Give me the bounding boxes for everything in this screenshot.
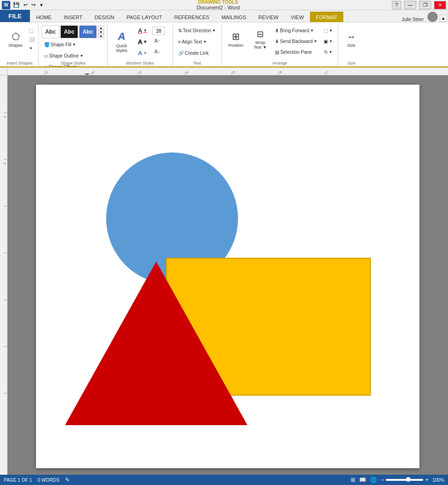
- shapes-extra-2[interactable]: ⬜: [28, 35, 36, 43]
- create-link-button[interactable]: 🔗 Create Link: [176, 48, 211, 58]
- send-backward-button[interactable]: ⬇ Send Backward ▼: [273, 36, 319, 46]
- close-button[interactable]: ✕: [434, 1, 446, 9]
- shape-fill-dropdown[interactable]: ▼: [72, 43, 76, 47]
- rotate-button[interactable]: ↻ ▼: [322, 47, 335, 57]
- ruler-corner: [0, 68, 7, 75]
- tab-insert[interactable]: INSERT: [58, 12, 88, 22]
- document-area: [7, 75, 448, 475]
- paint-bucket-icon: 🪣: [44, 42, 50, 47]
- align-text-dropdown[interactable]: ▼: [203, 40, 207, 44]
- position-icon: ⊞: [232, 31, 240, 42]
- read-mode-btn[interactable]: 📖: [359, 477, 366, 483]
- svg-marker-14: [84, 73, 90, 75]
- text-outline-button[interactable]: A ▼: [136, 36, 149, 47]
- size-icon: ↔: [347, 31, 356, 42]
- size-group: ↔ Size Size: [338, 24, 364, 66]
- zoom-bar: − +: [381, 477, 428, 483]
- ribbon-tabs: FILE HOME INSERT DESIGN PAGE LAYOUT REFE…: [0, 10, 448, 22]
- triangle-shape[interactable]: [65, 261, 247, 425]
- web-layout-btn[interactable]: 🌐: [370, 477, 377, 483]
- tab-design[interactable]: DESIGN: [88, 12, 120, 22]
- tab-view[interactable]: VIEW: [285, 12, 310, 22]
- svg-text:4: 4: [186, 70, 188, 74]
- swatch-up[interactable]: ▲: [98, 26, 104, 29]
- tab-format[interactable]: FORMAT: [310, 12, 344, 22]
- shape-swatch-3[interactable]: Abc: [79, 25, 97, 38]
- decrease-font-button[interactable]: A↓: [152, 46, 165, 57]
- quick-access-save[interactable]: 💾: [12, 2, 21, 8]
- minimize-button[interactable]: —: [404, 1, 416, 9]
- quick-access-customize[interactable]: ▼: [38, 3, 44, 7]
- shapes-row: ⬠ Shapes ⬚ ⬜ ▼: [4, 25, 36, 53]
- align-dropdown[interactable]: ▼: [329, 29, 332, 33]
- shapes-more[interactable]: ▼: [28, 44, 36, 52]
- text-fill-button[interactable]: A ▼: [136, 25, 149, 36]
- font-size-input[interactable]: [152, 27, 165, 35]
- group-dropdown[interactable]: ▼: [329, 39, 332, 43]
- align-button[interactable]: ⬚ ▼: [321, 25, 335, 36]
- wordart-row1: A QuickStyles A ▼ A ▼ A ▼ A↑ A↓: [110, 25, 170, 58]
- zoom-slider[interactable]: [386, 479, 423, 481]
- tab-references[interactable]: REFERENCES: [168, 12, 216, 22]
- wrap-text-icon: ⊟: [257, 29, 264, 39]
- shape-outline-button[interactable]: ▭ Shape Outline ▼: [42, 51, 86, 61]
- tab-review[interactable]: REVIEW: [252, 12, 284, 22]
- help-button[interactable]: ?: [392, 1, 401, 9]
- word-count: 0 WORDS: [37, 478, 59, 483]
- shapes-extra-1[interactable]: ⬚: [28, 26, 36, 35]
- text-effects-button[interactable]: A ▼: [136, 48, 149, 58]
- zoom-out-btn[interactable]: −: [381, 477, 384, 483]
- text-direction-button[interactable]: ⇅ Text Direction ▼: [176, 25, 218, 36]
- tab-home[interactable]: HOME: [30, 12, 58, 22]
- zoom-in-btn[interactable]: +: [425, 477, 428, 483]
- bring-forward-icon: ⬆: [275, 28, 279, 33]
- word-icon: W: [2, 1, 10, 9]
- group-button[interactable]: ▣ ▼: [321, 36, 335, 46]
- position-button[interactable]: ⊞ Position: [224, 25, 248, 53]
- font-size-row: [152, 27, 165, 35]
- quick-access-redo[interactable]: ↪: [30, 2, 36, 8]
- zoom-percent[interactable]: 100%: [432, 478, 444, 483]
- restore-button[interactable]: ❐: [419, 1, 431, 9]
- title-area: DRAWING TOOLS Document2 - Word: [196, 0, 239, 10]
- create-link-row: 🔗 Create Link: [176, 48, 218, 58]
- align-text-button[interactable]: ≡ Align Text ▼: [176, 36, 209, 47]
- increase-font-button[interactable]: A↑: [152, 36, 165, 46]
- size-button[interactable]: ↔ Size: [341, 25, 361, 53]
- tab-mailings[interactable]: MAILINGS: [216, 12, 253, 22]
- rotate-dropdown[interactable]: ▼: [329, 50, 332, 54]
- user-avatar: [427, 12, 438, 22]
- send-backward-dropdown[interactable]: ▼: [314, 39, 318, 43]
- svg-text:3: 3: [139, 70, 142, 74]
- shapes-button[interactable]: ⬠ Shapes: [4, 25, 27, 53]
- ribbon-collapse-btn[interactable]: ▲: [440, 14, 447, 22]
- svg-text:5: 5: [233, 70, 235, 74]
- status-right: ⊞ 📖 🌐 − + 100%: [351, 477, 444, 483]
- shape-swatches-row: Abc Abc Abc ▲ ▼ ▼: [42, 25, 104, 38]
- shape-swatches: Abc Abc Abc: [42, 25, 97, 38]
- shape-outline-dropdown[interactable]: ▼: [79, 54, 83, 58]
- ruler-v-ticks: 1 2: [0, 75, 7, 475]
- shape-swatch-2[interactable]: Abc: [60, 25, 78, 38]
- main-content: [7, 75, 448, 475]
- wrap-text-button[interactable]: ⊟ WrapText ▼: [250, 25, 271, 53]
- ruler-horizontal: 1 2 3 4 5 6 7: [7, 68, 448, 75]
- page-info: PAGE 1 OF 1: [4, 478, 32, 483]
- tab-page-layout[interactable]: PAGE LAYOUT: [121, 12, 168, 22]
- print-layout-btn[interactable]: ⊞: [351, 477, 355, 483]
- quick-styles-button[interactable]: A QuickStyles: [110, 28, 133, 56]
- ruler-vertical: 1 2: [0, 75, 7, 475]
- insert-shapes-label: Insert Shapes: [1, 61, 38, 65]
- shape-swatch-1[interactable]: Abc: [42, 25, 59, 38]
- quick-access-undo[interactable]: ↩: [22, 2, 29, 8]
- bring-forward-button[interactable]: ⬆ Bring Forward ▼: [273, 25, 319, 36]
- page[interactable]: [36, 85, 419, 468]
- text-direction-dropdown[interactable]: ▼: [212, 29, 216, 33]
- swatch-down[interactable]: ▼: [98, 30, 104, 34]
- swatch-more[interactable]: ▼: [98, 34, 104, 38]
- tab-file[interactable]: FILE: [0, 10, 30, 22]
- shape-fill-button[interactable]: 🪣 Shape Fill ▼: [42, 39, 78, 50]
- bring-forward-dropdown[interactable]: ▼: [310, 29, 314, 33]
- selection-pane-button[interactable]: ▤ Selection Pane: [273, 47, 319, 57]
- rotate-icon: ↻: [324, 50, 328, 55]
